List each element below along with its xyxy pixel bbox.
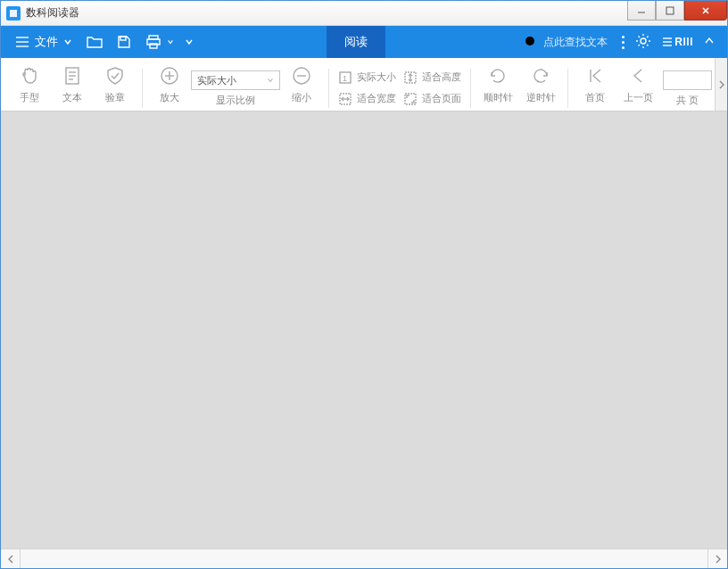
- file-menu-label: 文件: [35, 34, 58, 50]
- svg-rect-2: [666, 7, 674, 14]
- chevron-down-icon: [63, 37, 72, 46]
- fit-page-button[interactable]: 适合页面: [403, 90, 461, 108]
- svg-rect-0: [10, 10, 17, 17]
- fit-width-icon: [338, 92, 352, 106]
- chevron-right-icon: [715, 555, 722, 564]
- first-page-button[interactable]: 首页: [574, 63, 616, 105]
- zoom-label: 显示比例: [216, 94, 255, 107]
- chevron-right-icon: [718, 79, 725, 90]
- document-viewport[interactable]: [1, 111, 727, 548]
- print-button[interactable]: [138, 26, 181, 58]
- fit-height-button[interactable]: 适合高度: [403, 69, 461, 87]
- app-icon: [6, 6, 21, 21]
- search-icon: [524, 35, 538, 49]
- hand-tool-button[interactable]: 手型: [8, 63, 51, 105]
- print-icon: [145, 35, 161, 49]
- zoom-in-button[interactable]: 放大: [148, 63, 191, 105]
- rotate-cw-button[interactable]: 顺时针: [476, 63, 519, 105]
- maximize-button[interactable]: [656, 1, 684, 21]
- fit-actual-button[interactable]: 1 实际大小: [338, 69, 396, 87]
- statusbar: [1, 548, 727, 568]
- more-options[interactable]: [616, 36, 630, 49]
- rotate-cw-icon: [487, 65, 509, 87]
- search-input[interactable]: 点此查找文本: [515, 35, 616, 50]
- search-placeholder: 点此查找文本: [543, 35, 608, 50]
- shield-icon: [104, 65, 126, 87]
- close-button[interactable]: [684, 1, 727, 21]
- prev-page-icon: [627, 65, 649, 87]
- minimize-button[interactable]: [627, 1, 656, 21]
- more-menu[interactable]: [181, 26, 197, 58]
- chevron-down-icon: [167, 38, 174, 45]
- file-menu[interactable]: 文件: [8, 26, 79, 58]
- menubar: 文件 阅读 点此查找文本: [1, 26, 727, 58]
- erm-button[interactable]: RIII: [662, 36, 693, 48]
- toolbar: 手型 文本 验章 放大 实际大小 显示比例: [1, 58, 727, 111]
- separator: [142, 69, 143, 108]
- svg-line-13: [534, 45, 537, 48]
- zoom-out-button[interactable]: 缩小: [280, 63, 323, 105]
- app-window: 数科阅读器 文件: [0, 0, 728, 569]
- svg-text:1: 1: [343, 74, 347, 83]
- separator: [470, 69, 471, 108]
- prev-page-button[interactable]: 上一页: [616, 63, 659, 105]
- verify-seal-button[interactable]: 验章: [94, 63, 136, 105]
- zoom-out-icon: [291, 65, 312, 87]
- document-icon: [62, 65, 83, 87]
- save-icon: [117, 35, 131, 49]
- list-icon: [662, 37, 673, 47]
- tab-read[interactable]: 阅读: [327, 26, 385, 58]
- separator: [567, 69, 568, 108]
- menu-icon: [15, 36, 29, 48]
- zoom-level-select[interactable]: 实际大小: [191, 70, 280, 90]
- open-button[interactable]: [79, 26, 110, 58]
- fit-height-icon: [403, 70, 418, 85]
- zoom-in-icon: [159, 65, 180, 87]
- text-tool-button[interactable]: 文本: [51, 63, 94, 105]
- settings-button[interactable]: [635, 33, 651, 52]
- gear-icon: [635, 33, 651, 49]
- rotate-ccw-button[interactable]: 逆时针: [519, 63, 562, 105]
- folder-icon: [87, 35, 103, 49]
- hand-icon: [19, 65, 40, 87]
- svg-point-14: [641, 38, 646, 44]
- svg-rect-8: [120, 37, 126, 40]
- rotate-ccw-icon: [530, 65, 551, 87]
- first-page-icon: [584, 65, 606, 87]
- save-button[interactable]: [110, 26, 138, 58]
- svg-point-12: [525, 37, 534, 45]
- status-next-button[interactable]: [707, 549, 727, 568]
- chevron-up-icon: [704, 36, 715, 46]
- chevron-down-icon: [185, 37, 194, 46]
- chevron-left-icon: [7, 555, 14, 564]
- toolbar-scroll-right[interactable]: [715, 58, 727, 111]
- fit-width-button[interactable]: 适合宽度: [338, 90, 396, 108]
- window-controls: [627, 1, 727, 25]
- status-prev-button[interactable]: [1, 549, 21, 568]
- collapse-ribbon-button[interactable]: [704, 36, 715, 49]
- dropdown-icon: [267, 77, 274, 84]
- titlebar: 数科阅读器: [1, 1, 727, 26]
- fit-page-icon: [403, 92, 418, 106]
- actual-size-icon: 1: [338, 70, 352, 85]
- separator: [328, 69, 329, 108]
- app-title: 数科阅读器: [26, 5, 627, 21]
- page-total-label: 共 页: [676, 94, 699, 107]
- tab-read-label: 阅读: [344, 34, 368, 50]
- page-number-input[interactable]: [663, 70, 712, 90]
